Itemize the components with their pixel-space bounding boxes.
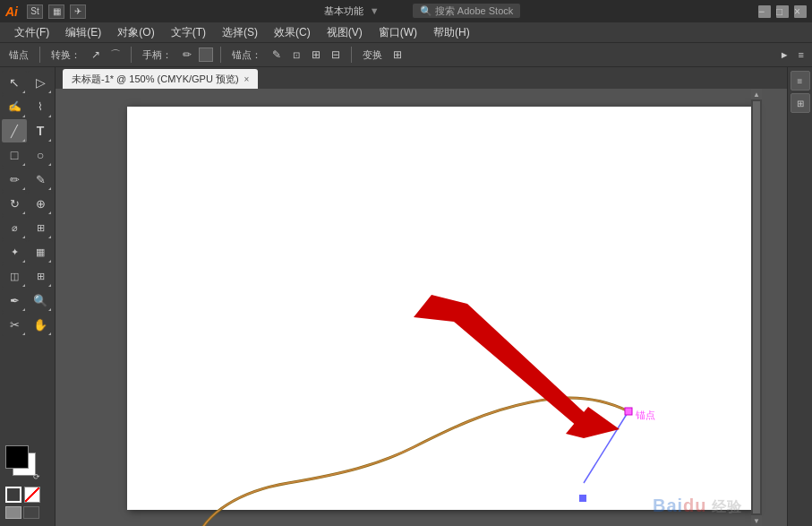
color-swatches[interactable]: ⟳ <box>5 445 43 483</box>
stroke-icon[interactable] <box>5 487 21 503</box>
menu-file[interactable]: 文件(F) <box>7 23 56 42</box>
tool-curvature[interactable]: ⌇ <box>28 95 53 118</box>
transform-icon[interactable]: ⊞ <box>389 47 406 63</box>
tool-row-10: ✒ 🔍 <box>2 289 53 312</box>
reset-colors[interactable]: ⟳ <box>30 470 43 483</box>
tool-row-2: ✍ ⌇ <box>2 95 53 118</box>
menu-effect[interactable]: 效果(C) <box>267 23 318 42</box>
options-menu[interactable]: ≡ <box>796 48 807 61</box>
canvas-area: 未标题-1* @ 150% (CMYK/GPU 预览) × <box>56 67 787 526</box>
search-box[interactable]: 🔍 搜索 Adobe Stock <box>413 4 521 18</box>
tool-free-transform[interactable]: ⊞ <box>28 216 53 239</box>
right-panel: ≡ ⊞ <box>787 67 812 526</box>
menu-window[interactable]: 窗口(W) <box>372 23 424 42</box>
none-icon[interactable] <box>24 487 40 503</box>
foreground-color-swatch[interactable] <box>5 445 29 469</box>
tool-row-3: ╱ T <box>2 119 53 142</box>
tool-row-7: ⌀ ⊞ <box>2 216 53 239</box>
menu-edit[interactable]: 编辑(E) <box>58 23 108 42</box>
tool-direct-select[interactable]: ▷ <box>28 71 53 94</box>
anchor-icon-3[interactable]: ⊞ <box>308 47 324 63</box>
title-bar: Ai St ▦ ✈ 基本功能 ▼ 🔍 搜索 Adobe Stock − □ × <box>0 0 812 22</box>
screen-mode-btn[interactable] <box>23 506 39 519</box>
tool-pen[interactable]: ✍ <box>2 95 27 118</box>
menu-object[interactable]: 对象(O) <box>110 23 161 42</box>
options-bar: 锚点 转换： ↗ ⌒ 手柄： ✏ 锚点： ✎ ⊡ ⊞ ⊟ 变换 ⊞ ► ≡ <box>0 42 812 67</box>
canvas-container[interactable]: 锚点 Baidu 经验 ▲ ▼ <box>56 89 787 526</box>
color-area: ⟳ <box>2 442 53 522</box>
tool-scissors[interactable]: ✂ <box>2 313 27 336</box>
separator-4 <box>351 47 352 63</box>
anchor-icon-4[interactable]: ⊟ <box>328 47 344 63</box>
convert-icon-2[interactable]: ⌒ <box>107 47 124 63</box>
tb-icon-3[interactable]: ✈ <box>70 4 86 19</box>
vertical-scrollbar[interactable]: ▲ ▼ <box>751 89 762 526</box>
tb-icon-2[interactable]: ▦ <box>48 4 64 19</box>
tool-pencil[interactable]: ✎ <box>28 168 53 191</box>
main-area: ↖ ▷ ✍ ⌇ ╱ T □ ○ ✏ ✎ ↻ ⊕ ⌀ ⊞ <box>0 67 812 526</box>
tool-rect[interactable]: □ <box>2 143 27 167</box>
scroll-down-arrow[interactable]: ▼ <box>751 515 762 526</box>
title-right-controls: − □ × <box>758 5 807 18</box>
handle-endpoint <box>579 495 586 502</box>
normal-mode-btn[interactable] <box>5 506 21 519</box>
tool-eyedropper[interactable]: ✒ <box>2 289 27 312</box>
baidu-watermark: Baidu 经验 <box>653 496 742 517</box>
anchor-icon-2[interactable]: ⊡ <box>288 47 304 63</box>
anchor2-label: 锚点： <box>228 48 265 62</box>
minimize-button[interactable]: − <box>758 5 771 18</box>
tool-type[interactable]: T <box>28 119 53 142</box>
tool-row-5: ✏ ✎ <box>2 168 53 191</box>
handle-label: 手柄： <box>139 48 175 62</box>
tool-hand[interactable]: ✋ <box>28 313 53 336</box>
tab-title: 未标题-1* @ 150% (CMYK/GPU 预览) <box>72 73 239 86</box>
tool-warp[interactable]: ⌀ <box>2 216 27 239</box>
tool-symbol[interactable]: ✦ <box>2 240 27 263</box>
title-center: 基本功能 ▼ 🔍 搜索 Adobe Stock <box>91 4 753 18</box>
tab-bar: 未标题-1* @ 150% (CMYK/GPU 预览) × <box>56 67 787 89</box>
separator-2 <box>131 47 132 63</box>
handle-select[interactable] <box>199 47 213 62</box>
handle-icon-1[interactable]: ✏ <box>179 47 195 63</box>
menu-view[interactable]: 视图(V) <box>320 23 370 42</box>
panel-layers[interactable]: ≡ <box>791 71 810 91</box>
anchor-icon-1[interactable]: ✎ <box>269 47 285 63</box>
anchor-point <box>625 408 632 415</box>
document-tab[interactable]: 未标题-1* @ 150% (CMYK/GPU 预览) × <box>63 69 258 89</box>
menu-text[interactable]: 文字(T) <box>164 23 213 42</box>
annotation-arrow-body <box>414 295 593 432</box>
tool-select[interactable]: ↖ <box>2 71 27 94</box>
scroll-thumb[interactable] <box>753 101 760 513</box>
menu-select[interactable]: 选择(S) <box>215 23 265 42</box>
tool-row-11: ✂ ✋ <box>2 313 53 336</box>
tab-close-button[interactable]: × <box>244 74 250 84</box>
menu-help[interactable]: 帮助(H) <box>426 23 477 42</box>
transform-label: 变换 <box>359 48 386 62</box>
menu-bar: 文件(F) 编辑(E) 对象(O) 文字(T) 选择(S) 效果(C) 视图(V… <box>0 22 812 42</box>
tool-row-1: ↖ ▷ <box>2 71 53 94</box>
close-button[interactable]: × <box>794 5 807 18</box>
tool-gradient[interactable]: ◫ <box>2 264 27 288</box>
anchor-label: 锚点 <box>635 410 655 420</box>
panel-properties[interactable]: ⊞ <box>791 93 810 113</box>
convert-label: 转换： <box>47 48 84 62</box>
tb-icon-1[interactable]: St <box>27 4 43 19</box>
tool-row-6: ↻ ⊕ <box>2 192 53 215</box>
tool-ellipse[interactable]: ○ <box>28 143 53 167</box>
scroll-up-arrow[interactable]: ▲ <box>751 89 762 99</box>
tool-rotate[interactable]: ↻ <box>2 192 27 215</box>
curve-path-overlay <box>194 398 628 526</box>
options-more[interactable]: ► <box>777 48 792 61</box>
curve-path <box>194 398 628 526</box>
tool-zoom[interactable]: 🔍 <box>28 289 53 312</box>
separator-3 <box>220 47 221 63</box>
tool-anchor-point[interactable]: ╱ <box>2 119 27 142</box>
tool-mesh[interactable]: ⊞ <box>28 264 53 288</box>
maximize-button[interactable]: □ <box>776 5 789 18</box>
toolbar: ↖ ▷ ✍ ⌇ ╱ T □ ○ ✏ ✎ ↻ ⊕ ⌀ ⊞ <box>0 67 56 526</box>
tool-row-4: □ ○ <box>2 143 53 167</box>
tool-scale[interactable]: ⊕ <box>28 192 53 215</box>
convert-icon-1[interactable]: ↗ <box>88 47 104 63</box>
tool-paintbrush[interactable]: ✏ <box>2 168 27 191</box>
tool-graph[interactable]: ▦ <box>28 240 53 263</box>
